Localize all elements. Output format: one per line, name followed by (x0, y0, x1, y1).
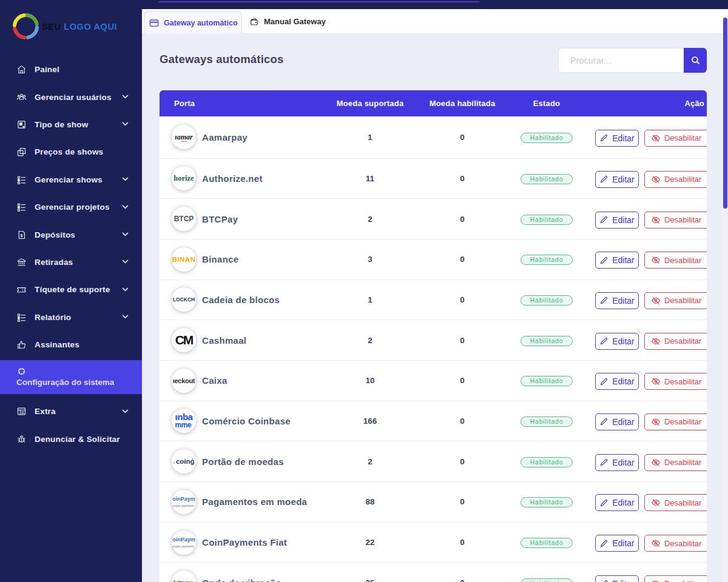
svg-text:$: $ (20, 233, 22, 238)
